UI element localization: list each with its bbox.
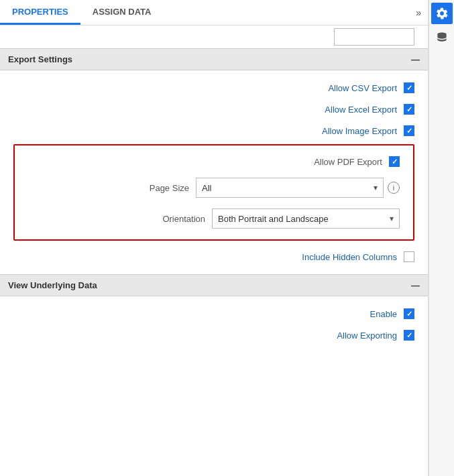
export-settings-content: Allow CSV Export Allow Excel Export Allo… [0, 70, 428, 274]
page-size-row: Page Size All ▾ i [28, 172, 400, 203]
enable-checkbox[interactable] [404, 308, 414, 319]
page-size-dropdown[interactable]: All ▾ [196, 178, 384, 198]
tab-expand-button[interactable]: » [409, 0, 428, 25]
app-container: PROPERTIES ASSIGN DATA » Export Settings… [0, 0, 454, 476]
allow-pdf-row: Allow PDF Export [28, 151, 400, 172]
allow-excel-checkbox[interactable] [404, 104, 414, 115]
page-size-value: All [202, 183, 211, 193]
allow-exporting-row: Allow Exporting [13, 324, 414, 346]
orientation-row: Orientation Both Portrait and Landscape … [28, 203, 400, 234]
database-icon-button[interactable] [431, 27, 453, 48]
export-settings-title: Export Settings [8, 54, 72, 64]
page-size-wrapper: All ▾ i [196, 178, 400, 198]
allow-excel-row: Allow Excel Export [13, 99, 414, 120]
partial-input[interactable] [334, 28, 414, 46]
enable-row: Enable [13, 303, 414, 324]
allow-csv-label: Allow CSV Export [303, 83, 397, 93]
include-hidden-row: Include Hidden Columns [13, 246, 414, 267]
main-panel: PROPERTIES ASSIGN DATA » Export Settings… [0, 0, 429, 476]
include-hidden-label: Include Hidden Columns [302, 252, 397, 262]
view-underlying-title: View Underlying Data [8, 280, 97, 290]
orientation-label: Orientation [111, 214, 205, 224]
orientation-wrapper: Both Portrait and Landscape ▾ [212, 209, 400, 229]
orientation-dropdown[interactable]: Both Portrait and Landscape ▾ [212, 209, 400, 229]
allow-image-row: Allow Image Export [13, 120, 414, 141]
allow-pdf-checkbox[interactable] [389, 156, 400, 167]
allow-image-label: Allow Image Export [303, 126, 397, 136]
orientation-chevron-icon: ▾ [390, 214, 394, 223]
gear-icon-button[interactable] [431, 3, 453, 24]
page-size-label: Page Size [95, 183, 189, 193]
database-icon [435, 31, 449, 44]
orientation-value: Both Portrait and Landscape [218, 214, 329, 224]
tab-assign-data[interactable]: ASSIGN DATA [80, 0, 164, 25]
enable-label: Enable [303, 309, 397, 319]
allow-exporting-checkbox[interactable] [404, 330, 414, 341]
view-underlying-header: View Underlying Data — [0, 274, 428, 296]
page-size-chevron-icon: ▾ [374, 183, 378, 192]
allow-pdf-label: Allow PDF Export [288, 157, 382, 167]
allow-image-checkbox[interactable] [404, 125, 414, 136]
gear-icon [435, 7, 449, 20]
allow-exporting-label: Allow Exporting [303, 331, 397, 341]
include-hidden-checkbox[interactable] [404, 251, 414, 262]
view-underlying-content: Enable Allow Exporting [0, 296, 428, 353]
tabs-bar: PROPERTIES ASSIGN DATA » [0, 0, 428, 25]
allow-csv-row: Allow CSV Export [13, 77, 414, 99]
tab-properties[interactable]: PROPERTIES [0, 0, 80, 25]
view-underlying-collapse-icon[interactable]: — [411, 280, 420, 290]
allow-excel-label: Allow Excel Export [303, 105, 397, 115]
page-size-info-icon[interactable]: i [388, 182, 400, 194]
pdf-export-section: Allow PDF Export Page Size All ▾ i [13, 144, 414, 241]
allow-csv-checkbox[interactable] [404, 82, 414, 93]
partial-top-row [0, 25, 428, 48]
right-sidebar [429, 0, 454, 476]
export-settings-header: Export Settings — [0, 48, 428, 70]
export-settings-collapse-icon[interactable]: — [411, 54, 420, 64]
